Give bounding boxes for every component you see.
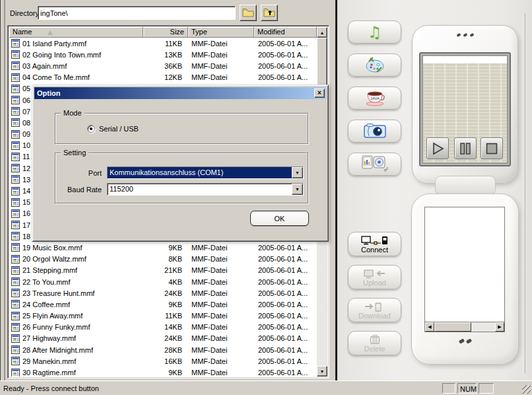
paint-palette-icon [364,56,386,75]
table-row[interactable]: 30 Ragtime.mmf 9KB MMF-Datei 2005-06-01 … [9,367,317,377]
table-row[interactable]: 25 Flyin Away.mmf 11KB MMF-Datei 2005-06… [9,310,317,322]
skin-edge-groove [523,13,527,373]
chevron-down-icon[interactable]: ▼ [292,167,303,178]
camera-button[interactable] [348,120,401,143]
download-button[interactable]: Download [348,298,401,322]
file-modified: 2005-06-01 A... [254,312,317,320]
file-type: MMF-Datei [188,334,254,342]
phone-horizontal-scrollbar[interactable]: ◀ ▶ [425,322,504,332]
file-type: MMF-Datei [188,255,254,263]
ringtone-button[interactable]: ♫ [348,20,401,44]
file-type: MMF-Datei [188,40,254,48]
file-size: 24KB [143,289,188,297]
close-button[interactable]: × [314,89,325,98]
column-header-name[interactable]: Name [9,27,143,38]
upload-button[interactable]: Upload [348,265,401,289]
baud-rate-label: Baud Rate [55,186,102,194]
table-row[interactable]: 29 Manekin.mmf 16KB MMF-Datei 2005-06-01… [9,355,317,367]
music-note-icon: ♫ [368,24,382,40]
file-name: 22 To You.mmf [22,278,143,286]
file-size: 24KB [143,334,188,342]
table-row[interactable]: 21 Stepping.mmf 21KB MMF-Datei 2005-06-0… [9,265,317,276]
table-row[interactable]: 20 Orgol Waltz.mmf 8KB MMF-Datei 2005-06… [9,254,317,265]
scroll-down-button[interactable]: ▼ [317,366,327,377]
media-player-button[interactable] [348,153,401,176]
table-row[interactable]: 23 Treasure Hunt.mmf 24KB MMF-Datei 2005… [9,287,317,299]
mmf-file-icon [11,175,20,184]
scroll-right-button[interactable]: ▶ [495,322,504,332]
download-label: Download [358,312,391,320]
media-player-icon [362,155,388,174]
port-select[interactable]: Kommunikationsanschluss (COM1) ▼ [107,166,304,179]
mmf-file-icon [11,73,20,82]
table-row[interactable]: 04 Come To Me.mmf 12KB MMF-Datei 2005-06… [9,72,317,83]
serial-usb-label: Serial / USB [99,125,139,133]
file-type: MMF-Datei [188,312,254,320]
file-size: 11KB [143,40,188,48]
chevron-down-icon[interactable]: ▼ [292,184,303,195]
table-row[interactable]: 27 Highway.mmf 24KB MMF-Datei 2005-06-01… [9,333,317,344]
table-row[interactable]: 28 After Midnight.mmf 28KB MMF-Datei 200… [9,344,317,355]
port-value: Kommunikationsanschluss (COM1) [108,167,292,178]
directory-input[interactable] [38,6,236,20]
dialog-titlebar[interactable]: Option × [34,87,326,99]
column-header-type[interactable]: Type [188,27,254,38]
file-name: 04 Come To Me.mmf [22,73,143,81]
radio-selected-icon[interactable] [87,125,95,133]
play-icon [430,141,445,156]
table-row[interactable]: 26 Funny Funky.mmf 14KB MMF-Datei 2005-0… [9,322,317,333]
file-modified: 2005-06-01 A... [254,323,317,331]
table-row[interactable]: 22 To You.mmf 4KB MMF-Datei 2005-06-01 A… [9,276,317,287]
column-header-size[interactable]: Size [143,27,188,38]
file-name: 23 Treasure Hunt.mmf [22,289,143,297]
mmf-file-icon [11,141,20,150]
file-size: 4KB [143,278,188,286]
scroll-left-button[interactable]: ◀ [425,322,434,332]
file-name: 27 Highway.mmf [22,334,143,342]
table-row[interactable]: 24 Coffee.mmf 9KB MMF-Datei 2005-06-01 A… [9,299,317,310]
file-modified: 2005-06-01 A... [254,40,317,48]
baud-rate-select[interactable]: 115200 ▼ [107,183,304,196]
file-modified: 2005-06-01 A... [254,357,317,365]
play-button[interactable] [426,137,449,159]
pause-button[interactable] [454,137,477,159]
delete-button[interactable]: Delete [348,331,401,355]
microphone-dots [459,340,471,343]
file-size: 8KB [143,255,188,263]
baud-rate-value: 115200 [108,184,292,195]
delete-label: Delete [364,345,385,353]
file-type: MMF-Datei [188,73,254,81]
mmf-file-icon [11,107,20,116]
java-button[interactable]: JAVA [348,87,401,110]
file-name: 24 Coffee.mmf [22,301,143,308]
phone-scrollbar-thumb[interactable] [434,322,471,332]
column-header-modified[interactable]: Modified [254,27,317,38]
file-modified: 2005-06-01 A... [254,301,317,308]
connect-button[interactable]: Connect [348,232,401,256]
table-row[interactable]: 19 Music Box.mmf 9KB MMF-Datei 2005-06-0… [9,242,317,253]
num-lock-indicator: NUM [457,383,477,394]
file-name: 19 Music Box.mmf [22,244,143,252]
file-modified: 2005-06-01 A... [254,255,317,263]
dialog-title: Option [37,89,60,97]
ok-button[interactable]: OK [250,211,309,226]
mmf-file-icon [11,61,20,70]
file-modified: 2005-06-01 A... [254,346,317,354]
scroll-up-button[interactable]: ▲ [317,27,327,38]
file-name: 30 Ragtime.mmf [22,369,143,377]
table-row[interactable]: 01 Island Party.mmf 11KB MMF-Datei 2005-… [9,38,317,49]
app-window: Directory [0,0,532,395]
open-folder-button[interactable] [240,5,257,21]
graphics-button[interactable] [348,54,401,77]
stop-button[interactable] [481,137,503,159]
phone-hinge [435,176,496,196]
serial-usb-radio-row[interactable]: Serial / USB [87,125,139,133]
file-modified: 2005-06-01 A... [254,62,317,70]
file-modified: 2005-06-01 A... [254,266,317,274]
up-one-level-button[interactable] [261,5,278,21]
table-row[interactable]: 03 Again.mmf 36KB MMF-Datei 2005-06-01 A… [9,60,317,71]
table-row[interactable]: 02 Going Into Town.mmf 13KB MMF-Datei 20… [9,49,317,60]
file-type: MMF-Datei [188,369,254,377]
file-name: 03 Again.mmf [22,62,143,70]
resize-grip[interactable] [522,385,531,394]
